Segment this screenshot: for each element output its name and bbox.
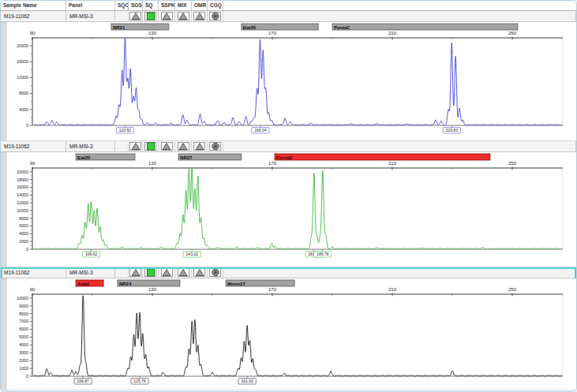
sample-group-3[interactable]: M19-11062MR-MSI-390130170210250010002000… xyxy=(1,267,576,390)
flag-cell-sqo xyxy=(115,141,129,151)
col-header-sqo[interactable]: SQO xyxy=(115,1,129,10)
electropherogram-3[interactable]: 9013017021025001000200030004000500060007… xyxy=(1,278,576,390)
y-axis-tick-label: 1000 xyxy=(19,366,28,371)
x-axis-tick-label: 210 xyxy=(388,161,397,166)
sample-name-cell[interactable]: M19-11062 xyxy=(1,267,66,278)
panel-name-cell[interactable]: MR-MSI-3 xyxy=(66,141,115,151)
marker-label-Bat25: Bat25 xyxy=(77,155,91,160)
flag-cell-sspk[interactable] xyxy=(159,11,175,21)
sample-name-cell[interactable]: M19-11062 xyxy=(1,11,66,21)
chart-panel-3: 9013017021025001000200030004000500060007… xyxy=(1,278,576,390)
y-axis-tick-label: 12000 xyxy=(17,75,28,80)
peak-size-label: 166.04 xyxy=(254,128,267,133)
flag-cell-cgq[interactable] xyxy=(208,11,223,21)
flag-cell-cgq[interactable] xyxy=(208,141,223,151)
marker-bar-PentaD[interactable] xyxy=(275,154,490,160)
col-header-omr[interactable]: OMR xyxy=(192,1,208,10)
x-axis-tick-label: 250 xyxy=(508,287,517,292)
peak-size-label: 120.92 xyxy=(119,128,132,133)
peak-size-label: 109.62 xyxy=(85,252,98,256)
x-axis-tick-label: 170 xyxy=(268,287,277,292)
x-axis-tick-label: 90 xyxy=(30,161,36,166)
flag-cell-sqo xyxy=(115,267,129,278)
col-header-filler xyxy=(223,1,576,10)
flag-cell-omr[interactable] xyxy=(192,267,208,278)
chart-panel-1: 90130170210250040008000120001600020000NR… xyxy=(1,22,576,141)
marker-label-PentaD: PentaD xyxy=(276,155,293,160)
flag-cell-mix[interactable] xyxy=(175,11,192,21)
y-axis-tick-label: 20000 xyxy=(17,43,28,48)
panel-name-cell[interactable]: MR-MSI-3 xyxy=(66,267,115,278)
warning-triangle-icon xyxy=(131,12,141,21)
panel-name-cell[interactable]: MR-MSI-3 xyxy=(66,11,115,21)
results-table-header: Sample Name Panel SQO SOS SQ SSPK MIX OM… xyxy=(1,1,576,11)
marker-label-NR24: NR24 xyxy=(119,282,132,286)
flag-cell-sq[interactable] xyxy=(143,267,159,278)
flag-cell-sspk[interactable] xyxy=(159,141,175,151)
y-axis-tick-label: 6000 xyxy=(19,327,28,331)
y-axis-tick-label: 8000 xyxy=(19,216,28,221)
y-axis-tick-label: 16000 xyxy=(17,59,28,64)
flag-cell-omr[interactable] xyxy=(192,11,208,21)
y-axis-tick-label: 3000 xyxy=(19,350,28,355)
peak-size-label: 161.63 xyxy=(242,379,254,383)
sample-row[interactable]: M19-11062MR-MSI-3 xyxy=(1,267,576,278)
y-axis-tick-label: 16000 xyxy=(17,185,28,189)
peak-size-label: 125.79 xyxy=(133,379,146,383)
warning-triangle-icon xyxy=(131,268,141,277)
col-header-mix[interactable]: MIX xyxy=(175,1,192,10)
sample-group-2[interactable]: M19-11062MR-MSI-390130170210250020004000… xyxy=(1,141,576,267)
y-axis-tick-label: 9000 xyxy=(19,304,28,308)
sample-name-cell[interactable]: M19-11062 xyxy=(1,141,66,151)
x-axis-tick-label: 250 xyxy=(508,161,517,166)
warning-triangle-icon xyxy=(195,268,204,277)
y-axis-tick-label: 14000 xyxy=(17,192,28,197)
electropherogram-1[interactable]: 90130170210250040008000120001600020000NR… xyxy=(1,22,576,141)
gray-circle-icon xyxy=(211,268,220,277)
peak-size-label: 186.78 xyxy=(317,252,329,256)
flag-cell-sq[interactable] xyxy=(143,11,159,21)
y-axis-tick-label: 2000 xyxy=(19,358,28,363)
marker-bar-PentaC[interactable] xyxy=(332,24,518,30)
y-axis-tick-label: 20000 xyxy=(17,170,28,174)
sample-row[interactable]: M19-11062MR-MSI-3 xyxy=(1,11,576,22)
col-header-cgq[interactable]: CGQ xyxy=(208,1,223,10)
col-header-sspk[interactable]: SSPK xyxy=(159,1,175,10)
flag-cell-cgq[interactable] xyxy=(208,267,223,278)
marker-label-NR27: NR27 xyxy=(180,155,193,160)
green-square-pass-icon xyxy=(146,12,155,21)
flag-cell-sspk[interactable] xyxy=(159,267,175,278)
warning-triangle-icon xyxy=(195,142,204,151)
x-axis-tick-label: 170 xyxy=(268,31,277,35)
marker-label-PentaC: PentaC xyxy=(334,25,350,30)
col-header-panel[interactable]: Panel xyxy=(66,1,115,10)
peak-size-label: 229.83 xyxy=(446,128,459,133)
col-header-sample-name[interactable]: Sample Name xyxy=(1,1,66,10)
electropherogram-2[interactable]: 9013017021025002000400060008000100001200… xyxy=(1,152,576,267)
sample-group-1[interactable]: M19-11062MR-MSI-390130170210250040008000… xyxy=(1,11,576,141)
warning-triangle-icon xyxy=(178,268,188,277)
y-axis-tick-label: 8000 xyxy=(19,91,28,95)
y-axis-tick-label: 10000 xyxy=(17,296,28,301)
col-header-sos[interactable]: SOS xyxy=(129,1,143,10)
peak-size-label: 143.22 xyxy=(186,252,199,256)
genotyping-app-window: Sample Name Panel SQO SOS SQ SSPK MIX OM… xyxy=(0,0,577,392)
y-axis-tick-label: 2000 xyxy=(19,239,28,244)
peak-size-label: 106.87 xyxy=(77,379,89,383)
flag-cell-omr[interactable] xyxy=(192,141,208,151)
y-axis-tick-label: 4000 xyxy=(19,342,28,347)
flag-cell-mix[interactable] xyxy=(175,267,192,278)
flag-cell-sq[interactable] xyxy=(143,141,159,151)
flag-cell-sos[interactable] xyxy=(129,11,143,21)
x-axis-tick-label: 250 xyxy=(508,31,517,35)
flag-cell-sos[interactable] xyxy=(129,141,143,151)
x-axis-tick-label: 130 xyxy=(148,31,157,35)
y-axis-tick-label: 10000 xyxy=(17,208,28,213)
col-header-sq[interactable]: SQ xyxy=(143,1,159,10)
green-square-pass-icon xyxy=(146,142,155,151)
y-axis-tick-label: 8000 xyxy=(19,312,28,316)
flag-cell-mix[interactable] xyxy=(175,141,192,151)
x-axis-tick-label: 130 xyxy=(148,287,157,292)
flag-cell-sos[interactable] xyxy=(129,267,143,278)
sample-row[interactable]: M19-11062MR-MSI-3 xyxy=(1,141,576,152)
